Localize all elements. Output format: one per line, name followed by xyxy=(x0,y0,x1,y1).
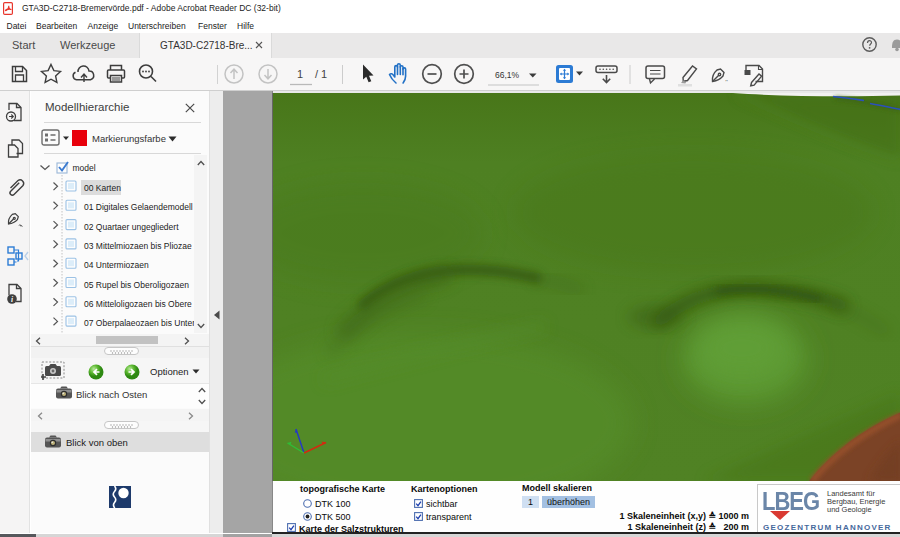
svg-text:66,1%: 66,1% xyxy=(495,70,520,80)
svg-text:1: 1 xyxy=(297,68,303,80)
svg-text:/ 1: / 1 xyxy=(315,68,327,80)
svg-text:⁡ʹʹ: ⁡ʹʹ xyxy=(725,79,728,85)
